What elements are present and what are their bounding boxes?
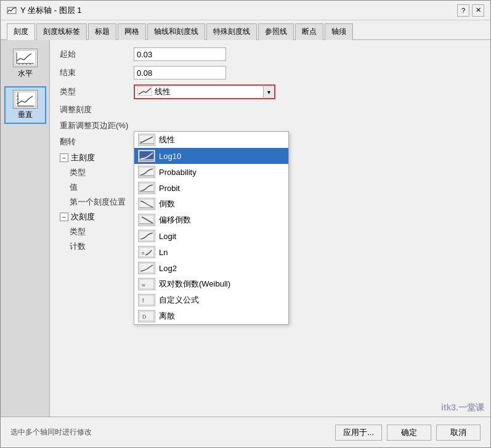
type-label: 类型 — [60, 86, 134, 97]
end-row: 结束 — [60, 66, 481, 79]
tab-title[interactable]: 标题 — [88, 23, 116, 40]
log10-icon — [138, 150, 155, 162]
tab-axis_spine[interactable]: 轴须 — [325, 23, 353, 40]
minor-tick-label: 次刻度 — [71, 211, 95, 222]
major-tick-toggle[interactable]: − — [60, 153, 68, 162]
sidebar: 水平 垂直 — [1, 40, 50, 417]
major-value-label: 值 — [70, 182, 134, 193]
cancel-button[interactable]: 取消 — [436, 425, 481, 441]
svg-text:D: D — [142, 314, 147, 320]
offset-recip-icon — [138, 214, 155, 226]
svg-rect-34 — [139, 295, 154, 305]
adjust-label: 调整刻度 — [60, 104, 134, 115]
dropdown-menu: 线性 Log10 — [134, 131, 289, 325]
custom-label: 自定义公式 — [159, 295, 199, 306]
custom-icon: f — [138, 294, 155, 306]
readjust-row: 重新调整页边距(%) — [60, 120, 481, 131]
sidebar-item-horizontal[interactable]: 水平 — [4, 45, 46, 83]
probit-label: Probit — [159, 184, 180, 193]
svg-rect-36 — [139, 311, 154, 321]
end-label: 结束 — [60, 67, 134, 78]
close-button[interactable]: ✕ — [472, 4, 484, 17]
logit-label: Logit — [159, 232, 176, 241]
dropdown-item-discrete[interactable]: D 离散 — [134, 308, 288, 324]
window-title: Y 坐标轴 - 图层 1 — [20, 5, 81, 16]
log2-label: Log2 — [159, 264, 177, 273]
discrete-label: 离散 — [159, 311, 175, 322]
dropdown-item-weibull[interactable]: w 双对数倒数(Weibull) — [134, 276, 288, 292]
first-tick-label: 第一个刻度位置 — [70, 197, 134, 208]
dropdown-item-ln[interactable]: e Ln — [134, 244, 288, 260]
weibull-label: 双对数倒数(Weibull) — [159, 279, 230, 290]
footer-buttons: 应用于... 确定 取消 — [335, 425, 481, 441]
apply-button[interactable]: 应用于... — [335, 425, 382, 441]
dropdown-item-log2[interactable]: Log2 — [134, 260, 288, 276]
main-dialog: Y 坐标轴 - 图层 1 ? ✕ 刻度刻度线标签标题网格轴线和刻度线特殊刻度线参… — [0, 0, 491, 448]
discrete-icon: D — [138, 310, 155, 322]
ln-icon: e — [138, 246, 155, 258]
probability-icon — [138, 166, 155, 178]
panel: 起始 结束 类型 线性 — [50, 40, 490, 417]
title-bar-left: Y 坐标轴 - 图层 1 — [7, 5, 81, 16]
type-icon — [137, 86, 152, 98]
tabs-bar: 刻度刻度线标签标题网格轴线和刻度线特殊刻度线参照线断点轴须 — [1, 20, 490, 40]
title-bar: Y 坐标轴 - 图层 1 ? ✕ — [1, 1, 490, 20]
linear-icon — [138, 134, 155, 146]
dropdown-item-log10[interactable]: Log10 — [134, 148, 288, 164]
log10-label: Log10 — [159, 152, 181, 161]
vertical-icon — [13, 90, 38, 108]
end-input[interactable] — [134, 66, 226, 79]
log2-icon — [138, 262, 155, 274]
tab-axis_tick[interactable]: 轴线和刻度线 — [147, 23, 205, 40]
dropdown-item-reciprocal[interactable]: 倒数 — [134, 196, 288, 212]
tab-scale[interactable]: 刻度 — [7, 23, 35, 40]
start-row: 起始 — [60, 47, 481, 61]
count-label: 计数 — [70, 241, 134, 252]
start-input[interactable] — [134, 47, 226, 61]
tab-grid[interactable]: 网格 — [118, 23, 146, 40]
type-row: 类型 线性 ▾ — [60, 84, 481, 99]
help-button[interactable]: ? — [457, 4, 469, 17]
tab-special_tick[interactable]: 特殊刻度线 — [206, 23, 257, 40]
svg-text:w: w — [141, 282, 145, 288]
type-dropdown[interactable]: 线性 — [134, 84, 275, 99]
start-label: 起始 — [60, 49, 134, 60]
dropdown-item-probit[interactable]: Probit — [134, 180, 288, 196]
weibull-icon: w — [138, 278, 155, 290]
tab-tick_label[interactable]: 刻度线标签 — [36, 23, 87, 40]
dropdown-item-linear[interactable]: 线性 — [134, 132, 288, 148]
reciprocal-icon — [138, 198, 155, 210]
svg-rect-14 — [137, 86, 152, 96]
footer-hint: 选中多个轴同时进行修改 — [10, 427, 92, 438]
footer: 选中多个轴同时进行修改 应用于... 确定 取消 — [1, 417, 490, 447]
title-bar-controls: ? ✕ — [457, 4, 484, 17]
type-dropdown-button[interactable]: ▾ — [263, 84, 275, 99]
horizontal-icon — [13, 49, 38, 67]
probability-label: Probability — [159, 168, 197, 177]
dropdown-item-logit[interactable]: Logit — [134, 228, 288, 244]
tab-ref_line[interactable]: 参照线 — [258, 23, 294, 40]
sidebar-item-vertical[interactable]: 垂直 — [4, 86, 46, 124]
type-value: 线性 — [155, 86, 171, 97]
ln-label: Ln — [159, 248, 168, 257]
dropdown-item-probability[interactable]: Probability — [134, 164, 288, 180]
adjust-row: 调整刻度 — [60, 104, 481, 115]
tab-break[interactable]: 断点 — [295, 23, 323, 40]
minor-type-label: 类型 — [70, 226, 134, 237]
dropdown-item-offset-recip[interactable]: 偏移倒数 — [134, 212, 288, 228]
dialog-icon — [7, 6, 17, 15]
flip-label: 翻转 — [60, 136, 134, 147]
minor-tick-toggle[interactable]: − — [60, 213, 68, 221]
readjust-label: 重新调整页边距(%) — [60, 120, 134, 131]
probit-icon — [138, 182, 155, 194]
vertical-label: 垂直 — [18, 110, 33, 120]
dropdown-item-custom[interactable]: f 自定义公式 — [134, 292, 288, 308]
watermark: itk3.一堂课 — [441, 402, 484, 413]
type-dropdown-wrapper: 线性 ▾ — [134, 84, 275, 99]
major-tick-label: 主刻度 — [71, 152, 95, 163]
horizontal-label: 水平 — [18, 68, 33, 79]
ok-button[interactable]: 确定 — [387, 425, 431, 441]
major-type-label: 类型 — [70, 167, 134, 178]
svg-rect-1 — [15, 51, 36, 65]
linear-label: 线性 — [159, 134, 175, 145]
